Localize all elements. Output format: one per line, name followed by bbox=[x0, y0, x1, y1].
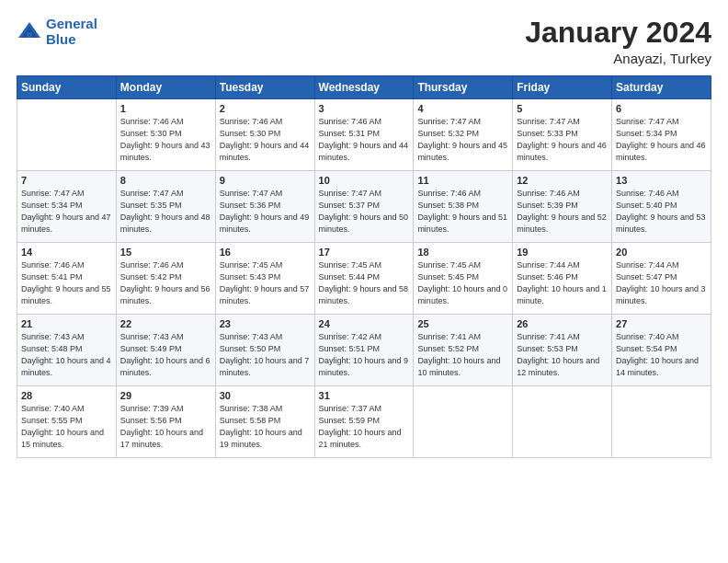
cell-info: Sunrise: 7:45 AMSunset: 5:45 PMDaylight:… bbox=[417, 259, 508, 307]
cell-info: Sunrise: 7:39 AMSunset: 5:56 PMDaylight:… bbox=[120, 403, 211, 451]
calendar-cell: 15Sunrise: 7:46 AMSunset: 5:42 PMDayligh… bbox=[116, 243, 215, 315]
day-number: 25 bbox=[417, 318, 508, 329]
day-number: 29 bbox=[120, 390, 211, 401]
cell-info: Sunrise: 7:47 AMSunset: 5:32 PMDaylight:… bbox=[417, 116, 508, 164]
calendar-week-row: 1Sunrise: 7:46 AMSunset: 5:30 PMDaylight… bbox=[17, 99, 711, 171]
calendar-cell: 16Sunrise: 7:45 AMSunset: 5:43 PMDayligh… bbox=[215, 243, 314, 315]
calendar-cell: 3Sunrise: 7:46 AMSunset: 5:31 PMDaylight… bbox=[314, 99, 414, 171]
day-number: 27 bbox=[616, 318, 707, 329]
day-number: 20 bbox=[616, 247, 707, 258]
calendar-cell: 22Sunrise: 7:43 AMSunset: 5:49 PMDayligh… bbox=[116, 315, 215, 386]
cell-info: Sunrise: 7:40 AMSunset: 5:54 PMDaylight:… bbox=[616, 331, 707, 379]
calendar-cell: 19Sunrise: 7:44 AMSunset: 5:46 PMDayligh… bbox=[513, 243, 612, 315]
cell-info: Sunrise: 7:42 AMSunset: 5:51 PMDaylight:… bbox=[319, 331, 410, 379]
cell-info: Sunrise: 7:46 AMSunset: 5:42 PMDaylight:… bbox=[120, 259, 211, 307]
calendar-cell: 27Sunrise: 7:40 AMSunset: 5:54 PMDayligh… bbox=[612, 315, 711, 386]
day-number: 28 bbox=[21, 390, 112, 401]
day-number: 19 bbox=[517, 247, 608, 258]
cell-info: Sunrise: 7:47 AMSunset: 5:34 PMDaylight:… bbox=[21, 188, 112, 236]
calendar-cell: 30Sunrise: 7:38 AMSunset: 5:58 PMDayligh… bbox=[215, 386, 314, 458]
logo-text: General Blue bbox=[46, 17, 97, 47]
calendar-cell: 11Sunrise: 7:46 AMSunset: 5:38 PMDayligh… bbox=[414, 171, 513, 243]
calendar-cell: 6Sunrise: 7:47 AMSunset: 5:34 PMDaylight… bbox=[612, 99, 711, 171]
calendar-cell bbox=[612, 386, 711, 458]
calendar-week-row: 14Sunrise: 7:46 AMSunset: 5:41 PMDayligh… bbox=[17, 243, 711, 315]
day-number: 13 bbox=[616, 175, 707, 186]
cell-info: Sunrise: 7:47 AMSunset: 5:36 PMDaylight:… bbox=[220, 188, 311, 236]
calendar-cell bbox=[414, 386, 513, 458]
calendar-cell: 23Sunrise: 7:43 AMSunset: 5:50 PMDayligh… bbox=[215, 315, 314, 386]
day-number: 30 bbox=[220, 390, 311, 401]
cell-info: Sunrise: 7:47 AMSunset: 5:34 PMDaylight:… bbox=[616, 116, 707, 164]
calendar-cell: 13Sunrise: 7:46 AMSunset: 5:40 PMDayligh… bbox=[612, 171, 711, 243]
cell-info: Sunrise: 7:43 AMSunset: 5:50 PMDaylight:… bbox=[220, 331, 311, 379]
day-number: 17 bbox=[319, 247, 410, 258]
calendar-cell: 17Sunrise: 7:45 AMSunset: 5:44 PMDayligh… bbox=[314, 243, 414, 315]
day-number: 4 bbox=[417, 103, 508, 114]
cell-info: Sunrise: 7:46 AMSunset: 5:38 PMDaylight:… bbox=[417, 188, 508, 236]
weekday-header-friday: Friday bbox=[513, 76, 612, 99]
day-number: 7 bbox=[21, 175, 112, 186]
logo-line2: Blue bbox=[46, 32, 97, 48]
weekday-header-saturday: Saturday bbox=[612, 76, 711, 99]
cell-info: Sunrise: 7:46 AMSunset: 5:41 PMDaylight:… bbox=[21, 259, 112, 307]
weekday-header-wednesday: Wednesday bbox=[314, 76, 414, 99]
calendar-cell: 14Sunrise: 7:46 AMSunset: 5:41 PMDayligh… bbox=[17, 243, 117, 315]
cell-info: Sunrise: 7:38 AMSunset: 5:58 PMDaylight:… bbox=[220, 403, 311, 451]
cell-info: Sunrise: 7:45 AMSunset: 5:44 PMDaylight:… bbox=[319, 259, 410, 307]
calendar-cell: 26Sunrise: 7:41 AMSunset: 5:53 PMDayligh… bbox=[513, 315, 612, 386]
cell-info: Sunrise: 7:41 AMSunset: 5:52 PMDaylight:… bbox=[417, 331, 508, 379]
weekday-header-monday: Monday bbox=[116, 76, 215, 99]
day-number: 31 bbox=[319, 390, 410, 401]
cell-info: Sunrise: 7:46 AMSunset: 5:30 PMDaylight:… bbox=[120, 116, 211, 164]
cell-info: Sunrise: 7:43 AMSunset: 5:49 PMDaylight:… bbox=[120, 331, 211, 379]
title-block: January 2024 Anayazi, Turkey bbox=[525, 17, 711, 66]
day-number: 5 bbox=[517, 103, 608, 114]
calendar-cell: 24Sunrise: 7:42 AMSunset: 5:51 PMDayligh… bbox=[314, 315, 414, 386]
calendar-table: SundayMondayTuesdayWednesdayThursdayFrid… bbox=[17, 75, 711, 458]
logo-icon bbox=[17, 19, 42, 45]
day-number: 15 bbox=[120, 247, 211, 258]
cell-info: Sunrise: 7:44 AMSunset: 5:47 PMDaylight:… bbox=[616, 259, 707, 307]
day-number: 9 bbox=[220, 175, 311, 186]
day-number: 6 bbox=[616, 103, 707, 114]
calendar-week-row: 28Sunrise: 7:40 AMSunset: 5:55 PMDayligh… bbox=[17, 386, 711, 458]
calendar-cell: 12Sunrise: 7:46 AMSunset: 5:39 PMDayligh… bbox=[513, 171, 612, 243]
calendar-cell: 1Sunrise: 7:46 AMSunset: 5:30 PMDaylight… bbox=[116, 99, 215, 171]
calendar-cell: 31Sunrise: 7:37 AMSunset: 5:59 PMDayligh… bbox=[314, 386, 414, 458]
calendar-cell bbox=[513, 386, 612, 458]
logo-line1: General bbox=[46, 17, 97, 32]
cell-info: Sunrise: 7:41 AMSunset: 5:53 PMDaylight:… bbox=[517, 331, 608, 379]
weekday-header-row: SundayMondayTuesdayWednesdayThursdayFrid… bbox=[17, 76, 711, 99]
cell-info: Sunrise: 7:47 AMSunset: 5:37 PMDaylight:… bbox=[319, 188, 410, 236]
day-number: 14 bbox=[21, 247, 112, 258]
calendar-cell: 2Sunrise: 7:46 AMSunset: 5:30 PMDaylight… bbox=[215, 99, 314, 171]
weekday-header-thursday: Thursday bbox=[414, 76, 513, 99]
calendar-cell: 25Sunrise: 7:41 AMSunset: 5:52 PMDayligh… bbox=[414, 315, 513, 386]
day-number: 21 bbox=[21, 318, 112, 329]
calendar-cell: 4Sunrise: 7:47 AMSunset: 5:32 PMDaylight… bbox=[414, 99, 513, 171]
calendar-cell: 8Sunrise: 7:47 AMSunset: 5:35 PMDaylight… bbox=[116, 171, 215, 243]
cell-info: Sunrise: 7:46 AMSunset: 5:31 PMDaylight:… bbox=[319, 116, 410, 164]
svg-rect-2 bbox=[27, 32, 32, 38]
page-title: January 2024 bbox=[525, 17, 711, 49]
day-number: 26 bbox=[517, 318, 608, 329]
calendar-week-row: 21Sunrise: 7:43 AMSunset: 5:48 PMDayligh… bbox=[17, 315, 711, 386]
day-number: 11 bbox=[417, 175, 508, 186]
calendar-week-row: 7Sunrise: 7:47 AMSunset: 5:34 PMDaylight… bbox=[17, 171, 711, 243]
cell-info: Sunrise: 7:44 AMSunset: 5:46 PMDaylight:… bbox=[517, 259, 608, 307]
calendar-cell: 9Sunrise: 7:47 AMSunset: 5:36 PMDaylight… bbox=[215, 171, 314, 243]
day-number: 16 bbox=[220, 247, 311, 258]
cell-info: Sunrise: 7:46 AMSunset: 5:39 PMDaylight:… bbox=[517, 188, 608, 236]
day-number: 3 bbox=[319, 103, 410, 114]
cell-info: Sunrise: 7:47 AMSunset: 5:33 PMDaylight:… bbox=[517, 116, 608, 164]
day-number: 1 bbox=[120, 103, 211, 114]
cell-info: Sunrise: 7:37 AMSunset: 5:59 PMDaylight:… bbox=[319, 403, 410, 451]
cell-info: Sunrise: 7:40 AMSunset: 5:55 PMDaylight:… bbox=[21, 403, 112, 451]
calendar-cell: 28Sunrise: 7:40 AMSunset: 5:55 PMDayligh… bbox=[17, 386, 117, 458]
day-number: 24 bbox=[319, 318, 410, 329]
calendar-cell: 20Sunrise: 7:44 AMSunset: 5:47 PMDayligh… bbox=[612, 243, 711, 315]
calendar-cell: 21Sunrise: 7:43 AMSunset: 5:48 PMDayligh… bbox=[17, 315, 117, 386]
cell-info: Sunrise: 7:43 AMSunset: 5:48 PMDaylight:… bbox=[21, 331, 112, 379]
day-number: 18 bbox=[417, 247, 508, 258]
